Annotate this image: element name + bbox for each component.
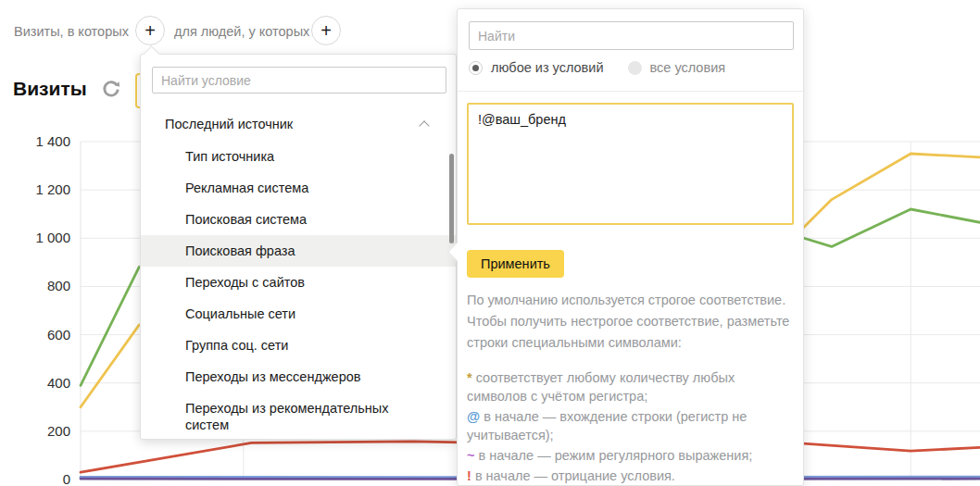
help-rule: ~ в начале — режим регулярного выражения… [467,446,791,465]
y-tick-label: 400 [47,375,70,391]
condition-dropdown-panel: Последний источник Тип источникаРекламна… [140,54,457,440]
condition-item[interactable]: Тип источника [141,141,456,172]
condition-item[interactable]: Переходы из рекомендательных систем [141,393,456,441]
metrica-segmentation-screen: 02004006008001 0001 2001 400 Визиты, в к… [0,0,980,486]
rule-symbol: @ [467,409,480,424]
match-mode-radios: любое из условий все условия [469,60,725,75]
y-tick-label: 800 [47,278,70,293]
rule-symbol: ! [467,468,471,483]
condition-group-label: Последний источник [165,117,293,131]
condition-item[interactable]: Поисковая система [141,204,456,235]
add-people-condition-button[interactable]: + [311,16,341,45]
rule-text: соответствует любому количеству любых си… [467,370,735,404]
radio-any-label: любое из условий [491,60,604,75]
help-rule: ! в начале — отрицание условия. [467,467,791,485]
page-title: Визиты [13,78,87,100]
condition-item[interactable]: Социальные сети [141,298,456,330]
chevron-up-icon [419,120,429,131]
y-tick-label: 600 [47,327,70,343]
refresh-icon[interactable] [102,80,120,98]
condition-item[interactable]: Рекламная система [141,172,456,204]
condition-group-last-source[interactable]: Последний источник [141,107,456,141]
rule-symbol: * [467,370,472,385]
radio-all-label: все условия [650,60,726,75]
y-tick-label: 200 [47,423,70,439]
radio-selected-icon[interactable] [469,61,483,75]
radio-any-condition[interactable]: любое из условий [469,60,604,75]
help-rule: @ в начале — вхождение строки (регистр н… [467,407,791,444]
panel-divider [458,91,803,92]
condition-item[interactable]: Переходы с сайтов [141,267,456,298]
rule-symbol: ~ [467,448,474,463]
condition-list: Последний источник Тип источникаРекламна… [141,107,456,441]
condition-item[interactable]: Переходы из мессенджеров [141,361,456,393]
condition-item[interactable]: Группа соц. сети [141,330,456,361]
y-tick-label: 1 400 [35,133,70,149]
help-rules-list: * соответствует любому количеству любых … [467,368,791,485]
rule-text: в начале — вхождение строки (регистр не … [467,409,747,442]
radio-all-conditions[interactable]: все условия [628,60,726,75]
apply-button[interactable]: Применить [467,250,564,278]
y-tick-label: 1 000 [35,230,70,245]
add-visit-condition-button[interactable]: + [135,16,165,45]
help-rule: * соответствует любому количеству любых … [467,368,791,405]
phrase-condition-panel: любое из условий все условия !@ваш_бренд… [457,8,804,486]
visits-condition-label: Визиты, в которых [14,24,129,39]
help-block: По умолчанию используется строгое соотве… [467,290,791,486]
rule-text: в начале — режим регулярного выражения; [479,448,753,463]
phrase-textarea[interactable]: !@ваш_бренд [467,103,794,225]
help-intro-text: По умолчанию используется строгое соотве… [467,290,791,354]
condition-search-input[interactable] [152,67,446,93]
radio-unselected-icon[interactable] [628,61,642,75]
dropdown-scrollbar[interactable] [449,154,454,243]
people-condition-label: для людей, у которых [174,24,309,39]
phrase-search-input[interactable] [469,21,794,50]
condition-item[interactable]: Поисковая фраза [141,235,456,267]
y-tick-label: 1 200 [35,181,70,197]
rule-text: в начале — отрицание условия. [475,468,675,483]
y-tick-label: 0 [63,471,70,486]
